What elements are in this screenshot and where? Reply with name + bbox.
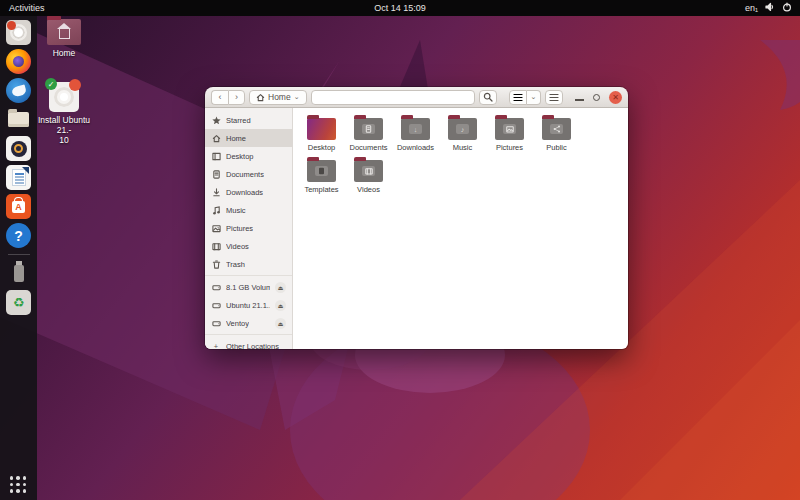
desktop-icon — [211, 152, 221, 161]
close-button[interactable]: ✕ — [609, 91, 622, 104]
volume-icon[interactable] — [765, 2, 775, 14]
download-icon — [211, 188, 221, 197]
desktop-icon-home-label: Home — [53, 48, 76, 58]
folder-label: Documents — [350, 143, 388, 152]
help-question-mark: ? — [14, 228, 23, 244]
firefox-globe — [13, 56, 24, 67]
dock-firefox-icon[interactable] — [6, 49, 31, 74]
sidebar-item-home[interactable]: Home — [205, 129, 292, 147]
window-controls: ✕ — [575, 91, 622, 104]
drive-icon — [211, 283, 221, 292]
search-button[interactable] — [479, 90, 497, 105]
folder-templates[interactable]: Templates — [298, 156, 345, 194]
sidebar-volume-ubuntu[interactable]: Ubuntu 21.1... ⏏ — [205, 296, 292, 314]
view-options-button[interactable]: ⌄ — [527, 90, 541, 105]
folder-music[interactable]: ♪ Music — [439, 114, 486, 152]
software-bag: A — [12, 201, 25, 213]
view-toggle: ⌄ — [509, 90, 541, 105]
sidebar-separator — [205, 334, 292, 335]
drive-icon — [211, 301, 221, 310]
dock-install-ubuntu-icon[interactable] — [6, 20, 31, 45]
maximize-button[interactable] — [593, 94, 600, 101]
power-icon[interactable] — [782, 2, 792, 14]
sidebar-item-downloads[interactable]: Downloads — [205, 183, 292, 201]
sidebar-label: Music — [226, 206, 246, 215]
path-label: Home — [268, 92, 291, 102]
sidebar-item-desktop[interactable]: Desktop — [205, 147, 292, 165]
clock[interactable]: Oct 14 15:09 — [374, 3, 426, 13]
folder-public[interactable]: Public — [533, 114, 580, 152]
sidebar-item-trash[interactable]: Trash — [205, 255, 292, 273]
dock-ubuntu-software-icon[interactable]: A — [6, 194, 31, 219]
home-folder-icon — [47, 19, 81, 45]
sidebar-separator — [205, 275, 292, 276]
verified-check-badge: ✓ — [45, 78, 57, 90]
folder-downloads[interactable]: ↓ Downloads — [392, 114, 439, 152]
list-view-button[interactable] — [509, 90, 527, 105]
files-grid[interactable]: Desktop Documents ↓ Downloads ♪ Music — [293, 108, 628, 349]
menu-button[interactable] — [545, 90, 563, 105]
video-emblem-icon — [362, 166, 375, 176]
files-folder — [8, 112, 29, 127]
sidebar-volume-ventoy[interactable]: Ventoy ⏏ — [205, 314, 292, 332]
minimize-button[interactable] — [575, 99, 584, 101]
window-body: Starred Home Desktop Documents Downloads… — [205, 108, 628, 349]
sidebar-item-documents[interactable]: Documents — [205, 165, 292, 183]
dock-libreoffice-writer-icon[interactable] — [6, 165, 31, 190]
sidebar-label: Downloads — [226, 188, 263, 197]
folder-icon-music: ♪ — [448, 118, 477, 140]
path-button[interactable]: Home ⌄ — [249, 90, 307, 105]
plus-icon: + — [211, 342, 221, 350]
input-source-indicator[interactable]: en₁ — [745, 3, 758, 13]
folder-icon-downloads: ↓ — [401, 118, 430, 140]
sidebar-label: Home — [226, 134, 246, 143]
folder-documents[interactable]: Documents — [345, 114, 392, 152]
sidebar-item-videos[interactable]: Videos — [205, 237, 292, 255]
forward-button[interactable]: › — [228, 90, 245, 105]
folder-videos[interactable]: Videos — [345, 156, 392, 194]
eject-button[interactable]: ⏏ — [275, 318, 286, 329]
dock-trash-icon[interactable]: ♻ — [6, 290, 31, 315]
activities-button[interactable]: Activities — [0, 3, 45, 13]
folder-icon-documents — [354, 118, 383, 140]
folder-desktop[interactable]: Desktop — [298, 114, 345, 152]
files-window: ‹ › Home ⌄ ⌄ ✕ S — [205, 87, 628, 349]
download-emblem-icon: ↓ — [409, 124, 422, 134]
template-emblem-icon — [315, 166, 328, 176]
sidebar-label: Starred — [226, 116, 251, 125]
sidebar-label: Other Locations — [226, 342, 279, 350]
headerbar[interactable]: ‹ › Home ⌄ ⌄ ✕ — [205, 87, 628, 108]
sidebar-label: Trash — [226, 260, 245, 269]
dock-help-icon[interactable]: ? — [6, 223, 31, 248]
list-view-icon — [513, 93, 523, 102]
sidebar-item-music[interactable]: Music — [205, 201, 292, 219]
show-applications-button[interactable] — [10, 476, 28, 494]
location-entry[interactable] — [311, 90, 475, 105]
home-icon — [256, 93, 265, 102]
sidebar-item-starred[interactable]: Starred — [205, 111, 292, 129]
dock-rhythmbox-icon[interactable] — [6, 136, 31, 161]
back-button[interactable]: ‹ — [211, 90, 228, 105]
ubuntu-badge — [7, 21, 16, 30]
sidebar-label: Documents — [226, 170, 264, 179]
star-icon — [211, 116, 221, 125]
desktop-icon-install-ubuntu[interactable]: ✓ Install Ubuntu 21.- 10 — [31, 82, 97, 146]
sidebar-label: Desktop — [226, 152, 254, 161]
sidebar-item-pictures[interactable]: Pictures — [205, 219, 292, 237]
dock-thunderbird-icon[interactable] — [6, 78, 31, 103]
folder-icon-pictures — [495, 118, 524, 140]
hamburger-menu-icon — [549, 93, 559, 102]
sidebar-item-other-locations[interactable]: + Other Locations — [205, 337, 292, 349]
eject-button[interactable]: ⏏ — [275, 300, 286, 311]
folder-label: Downloads — [397, 143, 434, 152]
folder-pictures[interactable]: Pictures — [486, 114, 533, 152]
dock-usb-drive-icon[interactable] — [6, 261, 31, 286]
sidebar-volume-8gb[interactable]: 8.1 GB Volume ⏏ — [205, 278, 292, 296]
dock-separator — [8, 254, 30, 255]
ubuntu-logo-badge — [69, 79, 81, 91]
desktop-icon-home[interactable]: Home — [31, 19, 97, 58]
speaker — [11, 141, 27, 157]
eject-button[interactable]: ⏏ — [275, 282, 286, 293]
sidebar: Starred Home Desktop Documents Downloads… — [205, 108, 293, 349]
dock-files-icon[interactable] — [6, 107, 31, 132]
